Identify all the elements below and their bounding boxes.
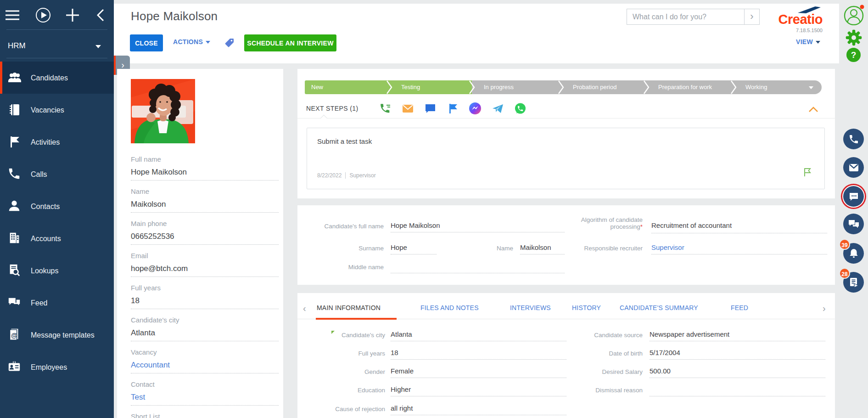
full-name-value[interactable]: Hope Maikolson <box>131 168 187 177</box>
gender-value[interactable]: Female <box>391 367 414 375</box>
responsible-recruiter-link[interactable]: Supervisor <box>651 243 684 251</box>
flag-step-icon[interactable] <box>447 102 459 115</box>
hamburger-menu-icon[interactable] <box>4 6 21 24</box>
email-step-icon[interactable] <box>402 102 414 115</box>
stage-dropdown-icon[interactable] <box>809 86 813 89</box>
field-label: Full years <box>131 284 161 292</box>
tab-main-information[interactable]: MAIN INFORMATION <box>317 304 381 311</box>
name-value[interactable]: Maikolson <box>131 200 166 209</box>
vacancy-link[interactable]: Accountant <box>131 361 170 370</box>
candidate-city-value[interactable]: Atlanta <box>131 328 155 338</box>
notifications-button[interactable]: 39 <box>843 243 864 264</box>
field-label: Dismissal reason <box>569 387 643 394</box>
chat-step-icon[interactable] <box>424 102 437 115</box>
tag-icon[interactable] <box>224 37 235 50</box>
settings-gear-icon[interactable] <box>846 29 862 46</box>
email-value[interactable]: hope@btch.com <box>131 264 188 273</box>
telegram-step-icon[interactable] <box>492 102 504 115</box>
add-record-icon[interactable] <box>64 6 81 24</box>
task-card[interactable]: Submit a test task 8/22/2022 Supervisor <box>307 128 825 189</box>
name-value[interactable]: Maikolson <box>520 243 551 251</box>
task-flag-icon[interactable] <box>803 168 812 179</box>
schedule-interview-button[interactable]: SCHEDULE AN INTERVIEW <box>244 34 336 51</box>
tab-files-and-notes[interactable]: FILES AND NOTES <box>420 304 479 311</box>
sidebar-item-candidates[interactable]: Candidates <box>0 62 114 94</box>
education-value[interactable]: Higher <box>391 385 411 393</box>
field-label: Surname <box>297 245 384 252</box>
sidebar-item-accounts[interactable]: Accounts <box>0 222 114 254</box>
collapse-menu-icon[interactable] <box>92 6 109 24</box>
page-header: Hope Maikolson › Creatio 7.18.5.1500 CLO… <box>114 4 839 63</box>
tabs-scroll-left-icon[interactable]: ‹ <box>303 303 306 314</box>
tab-feed[interactable]: FEED <box>731 304 748 311</box>
sidebar-item-employees[interactable]: Employees <box>0 351 114 383</box>
cause-of-rejection-value[interactable]: all right <box>391 404 413 412</box>
stage-testing[interactable]: Testing <box>389 80 472 94</box>
actions-button[interactable]: ACTIONS <box>173 38 210 45</box>
sidebar-item-vacancies[interactable]: Vacancies <box>0 94 114 126</box>
chevron-down-icon <box>95 45 101 48</box>
run-process-icon[interactable] <box>34 6 52 24</box>
field-underline <box>651 254 827 254</box>
call-step-icon[interactable] <box>379 102 392 115</box>
business-process-tasks-button[interactable]: 28 <box>843 272 864 293</box>
close-button[interactable]: CLOSE <box>130 34 163 51</box>
vacancies-icon <box>7 102 22 117</box>
task-count-badge: 28 <box>839 268 850 279</box>
contact-link[interactable]: Test <box>131 393 145 402</box>
chat-button[interactable] <box>843 186 864 207</box>
task-footer: 8/22/2022 Supervisor <box>317 172 376 179</box>
sidebar-item-contacts[interactable]: Contacts <box>0 190 114 222</box>
algorithm-value[interactable]: Recruitment of accountant <box>651 221 732 229</box>
stage-in-progress[interactable]: In progress <box>472 80 561 94</box>
email-button[interactable] <box>843 157 864 178</box>
global-search: › <box>627 9 760 25</box>
tab-interviews[interactable]: INTERVIEWS <box>510 304 551 311</box>
candidate-city-value[interactable]: Atlanta <box>391 330 412 338</box>
collapse-section-icon[interactable] <box>808 106 818 114</box>
stage-preparation-for-work[interactable]: Preparation for work <box>646 80 734 94</box>
date-of-birth-value[interactable]: 5/17/2004 <box>650 349 680 356</box>
candidate-form-section: Candidate's full name Hope Maikolson Alg… <box>297 205 835 285</box>
sidebar-item-label: Employees <box>31 362 109 372</box>
whatsapp-step-icon[interactable] <box>514 102 526 115</box>
help-icon[interactable]: ? <box>846 48 861 62</box>
flag-icon <box>7 135 22 149</box>
stage-probation-period[interactable]: Probation period <box>561 80 646 94</box>
sidebar-item-lookups[interactable]: Lookups <box>0 254 114 287</box>
sidebar-item-calls[interactable]: Calls <box>0 158 114 190</box>
field-underline <box>391 273 565 273</box>
view-button[interactable]: VIEW <box>796 38 820 45</box>
field-underline <box>391 232 565 232</box>
stage-new[interactable]: New <box>305 80 389 94</box>
full-years-value[interactable]: 18 <box>391 349 398 356</box>
field-label: Full name <box>131 155 161 163</box>
tabs-scroll-right-icon[interactable]: › <box>823 303 826 314</box>
call-center-button[interactable] <box>843 129 864 149</box>
field-underline <box>650 341 825 341</box>
candidate-photo[interactable] <box>131 79 195 143</box>
user-avatar[interactable] <box>844 5 864 25</box>
search-submit-icon[interactable]: › <box>744 9 759 24</box>
workspace-selector[interactable]: HRM <box>0 35 114 58</box>
tab-candidates-summary[interactable]: CANDIDATE'S SUMMARY <box>620 304 698 311</box>
field-underline <box>131 212 279 213</box>
next-steps-title: NEXT STEPS (1) <box>306 105 358 112</box>
sidebar-item-activities[interactable]: Activities <box>0 126 114 158</box>
search-input[interactable] <box>627 9 744 24</box>
candidate-full-name-value[interactable]: Hope Maikolson <box>391 221 440 229</box>
surname-value[interactable]: Hope <box>391 243 407 251</box>
chevron-down-icon <box>206 41 210 44</box>
notification-count-badge: 39 <box>839 239 850 250</box>
tab-history[interactable]: HISTORY <box>572 304 601 311</box>
sidebar-item-message-templates[interactable]: @ Message templates <box>0 319 114 351</box>
desired-salary-value[interactable]: 500.00 <box>650 367 671 375</box>
full-years-value[interactable]: 18 <box>131 296 140 305</box>
sidebar-item-feed[interactable]: Feed <box>0 287 114 319</box>
candidate-source-value[interactable]: Newspaper advertisement <box>650 330 729 338</box>
main-phone-value[interactable]: 0665252536 <box>131 232 174 241</box>
active-indicator <box>0 62 2 94</box>
feed-button[interactable] <box>843 214 864 234</box>
messenger-step-icon[interactable] <box>469 102 482 115</box>
right-toolbar: ? 39 28 <box>839 0 868 418</box>
